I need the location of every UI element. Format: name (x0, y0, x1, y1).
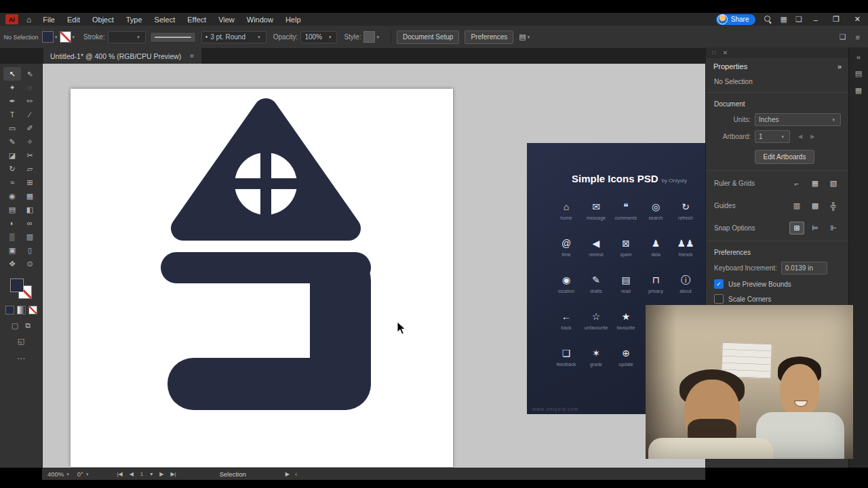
opacity-select[interactable]: 100% ▾ (300, 31, 337, 43)
rulers-icon[interactable]: ⌐ (789, 177, 804, 190)
screen-mode-icon[interactable]: ◱ (18, 337, 24, 346)
preferences-button[interactable]: Preferences (465, 30, 513, 44)
share-button[interactable]: Share (716, 14, 755, 25)
slice-tool[interactable]: ▯ (21, 243, 39, 257)
none-button[interactable] (28, 306, 37, 314)
stroke-color-swatch[interactable] (60, 31, 71, 43)
menu-window[interactable]: Window (241, 13, 279, 26)
psd-icon-message[interactable]: ✉message (581, 201, 611, 220)
app-logo-icon[interactable]: Ai (5, 14, 18, 24)
rotate-tool[interactable]: ↻ (3, 162, 21, 176)
checkbox[interactable] (714, 294, 724, 304)
shape-builder-tool[interactable]: ◉ (3, 189, 21, 203)
psd-icon-location[interactable]: ◉location (551, 274, 581, 293)
artboard-nav-1[interactable]: ◀ (130, 471, 134, 477)
psd-icon-data[interactable]: ♟data (641, 238, 671, 257)
style-swatch[interactable] (363, 31, 375, 43)
blend-tool[interactable]: ∞ (21, 216, 39, 230)
line-segment-tool[interactable]: ∕ (21, 108, 39, 121)
dock-grip-icon[interactable]: ∷ (712, 49, 716, 56)
psd-icon-time[interactable]: @time (551, 238, 581, 257)
type-tool[interactable]: T (3, 108, 21, 121)
artboard-nav-5[interactable]: ▶| (170, 471, 176, 477)
psd-icon-drafts[interactable]: ✎drafts (581, 274, 611, 293)
magic-wand-tool[interactable]: ✦ (3, 81, 21, 94)
status-back-icon[interactable]: ‹ (295, 470, 297, 478)
eraser-tool[interactable]: ◪ (3, 148, 21, 162)
column-graph-tool[interactable]: ▥ (21, 230, 39, 243)
chevron-down-icon[interactable]: ▾ (73, 35, 75, 40)
hand-tool[interactable]: ✥ (3, 257, 21, 270)
chevron-down-icon[interactable]: ▾ (86, 472, 89, 477)
psd-icon-update[interactable]: ⊕update (611, 348, 641, 367)
scissors-tool[interactable]: ✂ (21, 148, 39, 162)
grid-icon[interactable]: ▦ (808, 177, 823, 190)
psd-icon-remind[interactable]: ◀remind (581, 238, 611, 257)
document-tab[interactable]: Untitled-1* @ 400 % (RGB/CPU Preview) ✕ (43, 48, 201, 64)
psd-icon-privacy[interactable]: ⊓privacy (641, 274, 671, 293)
artboard-nav-2[interactable]: 1 (140, 471, 143, 477)
draw-behind-icon[interactable]: ⧉ (25, 321, 31, 330)
free-transform-tool[interactable]: ⊞ (21, 176, 39, 189)
artboard-nav-3[interactable]: ▾ (150, 471, 153, 477)
collapse-panels-icon[interactable]: « (856, 53, 861, 61)
fill-indicator[interactable] (10, 279, 24, 292)
menu-select[interactable]: Select (149, 13, 182, 26)
snap-to-pixel-icon[interactable]: ⊩ (826, 222, 841, 235)
brush-definition-select[interactable]: • 3 pt. Round ▾ (201, 31, 267, 43)
menu-effect[interactable]: Effect (181, 13, 212, 26)
psd-icon-refresh[interactable]: ↻refresh (671, 201, 701, 220)
units-select[interactable]: Inches ▾ (755, 113, 841, 126)
keyboard-increment-field[interactable]: 0.0139 in (781, 262, 827, 274)
status-play-icon[interactable]: ▶ (285, 471, 290, 477)
control-panel-menu-icon[interactable]: ≡ (856, 33, 860, 41)
menu-view[interactable]: View (212, 13, 241, 26)
chevron-down-icon[interactable]: ▾ (66, 472, 69, 477)
chevron-down-icon[interactable]: ▾ (528, 35, 530, 40)
snap-to-point-icon[interactable]: ⊨ (808, 222, 823, 235)
tab-close-icon[interactable]: ✕ (189, 53, 195, 60)
direct-selection-tool[interactable]: ⇖ (21, 67, 39, 81)
next-artboard-icon[interactable]: ▶ (810, 134, 814, 140)
variable-width-profile[interactable] (150, 32, 196, 43)
psd-icon-comments[interactable]: ❝comments (611, 201, 641, 220)
collapse-panel-icon[interactable]: » (837, 62, 842, 70)
checkbox[interactable]: ✓ (714, 279, 724, 289)
artboard-tool[interactable]: ▣ (3, 243, 21, 257)
stroke-weight-select[interactable]: ▾ (108, 31, 146, 43)
artboard[interactable] (71, 89, 453, 467)
artboard-nav-0[interactable]: |◀ (117, 471, 122, 477)
logo-artwork[interactable] (71, 89, 453, 467)
shaper-tool[interactable]: ✧ (21, 135, 39, 148)
color-panel-icon[interactable]: ▦ (855, 86, 862, 95)
mesh-tool[interactable]: ▤ (3, 203, 21, 216)
artboard-nav-4[interactable]: ▶ (159, 471, 163, 477)
pen-tool[interactable]: ✒ (3, 94, 21, 108)
paintbrush-tool[interactable]: ✐ (21, 121, 39, 135)
menu-type[interactable]: Type (120, 13, 149, 26)
selection-tool[interactable]: ↖ (3, 67, 21, 81)
rectangle-tool[interactable]: ▭ (3, 121, 21, 135)
pencil-tool[interactable]: ✎ (3, 135, 21, 148)
smart-guides-icon[interactable]: ▩ (808, 199, 823, 212)
document-setup-button[interactable]: Document Setup (397, 30, 460, 44)
gradient-tool[interactable]: ◧ (21, 203, 39, 216)
workspace-switcher-icon[interactable]: ❏ (795, 15, 802, 24)
menu-edit[interactable]: Edit (61, 13, 86, 26)
snap-to-grid-icon[interactable]: ⊞ (789, 222, 804, 235)
zoom-level[interactable]: 400% (47, 470, 64, 478)
close-button[interactable]: ✕ (851, 15, 864, 24)
search-icon[interactable] (764, 15, 772, 24)
psd-icon-search[interactable]: ◎search (641, 201, 671, 220)
fill-color-swatch[interactable] (42, 31, 54, 43)
perspective-grid-tool[interactable]: ▦ (21, 189, 39, 203)
psd-icon-read[interactable]: ▤read (611, 274, 641, 293)
guides-icon[interactable]: ▥ (789, 199, 804, 212)
prev-artboard-icon[interactable]: ◀ (798, 134, 802, 140)
menu-file[interactable]: File (37, 13, 61, 26)
psd-icon-friends[interactable]: ♟♟friends (671, 238, 701, 257)
symbol-sprayer-tool[interactable]: ▒ (3, 230, 21, 243)
perspective-guides-icon[interactable]: ╬ (826, 199, 841, 212)
panel-toggle-icon[interactable]: ❏ (840, 33, 846, 41)
psd-icon-about[interactable]: ⓘabout (671, 274, 701, 293)
